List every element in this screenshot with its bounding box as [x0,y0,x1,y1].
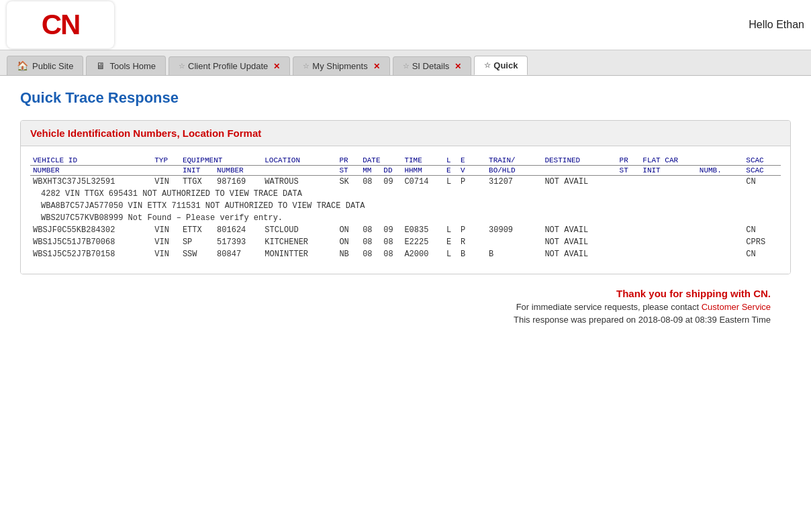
cell-pr-st2 [617,224,640,236]
cell-location: WATROUS [262,176,336,189]
cell-equip-num: 517393 [214,236,262,248]
footer-service-text: For immediate service requests, please c… [516,302,702,312]
tab-quick[interactable]: ☆ Quick [474,56,528,75]
th-date: DATE [360,156,401,166]
cell-v [472,248,486,260]
cell-equip-init: SSW [180,248,214,260]
th-dd: DD [381,166,401,176]
tab-my-shipments[interactable]: ☆ My Shipments ✕ [293,56,389,75]
tab-label: My Shipments [312,61,367,71]
th-typ: TYP [152,156,180,166]
cn-logo: CN [42,9,80,41]
tab-label: SI Details [412,61,450,71]
cell-date-mm: 08 [360,248,381,260]
cell-destined: NOT AVAIL [542,224,616,236]
page-title: Quick Trace Response [20,89,791,107]
table-row: WBXHT3C37J5L32591 VIN TTGX 987169 WATROU… [30,176,781,189]
cell-date-mm: 08 [360,176,381,189]
tab-label: Client Profile Update [188,61,268,71]
tab-si-details[interactable]: ☆ SI Details ✕ [393,56,472,75]
th-num: NUMBER [214,166,262,176]
cell-vehicle-id: WBS1J5C52J7B70158 [30,248,152,260]
th-empty2 [262,166,336,176]
cell-date-dd: 08 [381,248,401,260]
cell-message: WBA8B7C57JA577050 VIN ETTX 711531 NOT AU… [30,200,781,212]
section-body: VEHICLE ID TYP EQUIPMENT LOCATION PR DAT… [21,146,790,274]
footer-thank-you: Thank you for shipping with CN. [20,288,791,299]
cell-vehicle-id: WBSJF0C55KB284302 [30,224,152,236]
header: CN Hello Ethan [0,0,811,50]
cell-destined: NOT AVAIL [542,176,616,189]
th-empty3 [472,166,486,176]
cell-v [472,176,486,189]
tab-close-icon[interactable]: ✕ [455,62,461,71]
tab-label: Quick [493,60,518,70]
th-equip-init: EQUIPMENT [180,156,262,166]
cell-time: C0714 [401,176,444,189]
th-numb [697,156,743,166]
th-empty4 [542,166,616,176]
cell-date-mm: 08 [360,236,381,248]
cell-typ: VIN [152,176,180,189]
th-st: ST [336,166,360,176]
logo-container: CN [7,1,114,48]
th-e2: E [444,166,458,176]
cell-l: E [444,236,458,248]
customer-service-link[interactable]: Customer Service [702,302,771,312]
cell-equip-num: 80847 [214,248,262,260]
table-row: 4282 VIN TTGX 695431 NOT AUTHORIZED TO V… [30,188,781,200]
cell-location: KITCHENER [262,236,336,248]
table-header-row2: NUMBER INIT NUMBER ST MM DD HHMM E V BO/… [30,166,781,176]
cell-typ: VIN [152,248,180,260]
pin-icon: ☆ [403,62,410,70]
cell-e: P [458,176,472,189]
table-row: WBS1J5C52J7B70158 VIN SSW 80847 MONINTTE… [30,248,781,260]
cell-vehicle-id: WBS1J5C51J7B70068 [30,236,152,248]
th-v2: V [458,166,472,176]
tab-label: Public Site [32,61,73,71]
tab-public-site[interactable]: 🏠 Public Site [7,56,83,75]
cell-l: L [444,224,458,236]
cell-flat-init [640,176,697,189]
section-header: Vehicle Identification Numbers, Location… [21,121,790,146]
th-bohld: BO/HLD [486,166,542,176]
cell-equip-num: 987169 [214,176,262,189]
table-row: WBA8B7C57JA577050 VIN ETTX 711531 NOT AU… [30,200,781,212]
cell-pr-st2 [617,176,640,189]
th-init: INIT [180,166,214,176]
cell-train: 30909 [486,224,542,236]
cell-pr-st2 [617,248,640,260]
tab-close-icon[interactable]: ✕ [373,62,380,71]
tab-tools-home[interactable]: 🖥 Tools Home [86,56,166,75]
tab-close-icon[interactable]: ✕ [273,62,280,71]
th-v [472,156,486,166]
cell-time: E0835 [401,224,444,236]
cell-train [486,236,542,248]
pin-icon: ☆ [484,61,491,70]
pin-icon: ☆ [303,62,309,70]
cell-l: L [444,248,458,260]
cell-destined: NOT AVAIL [542,248,616,260]
tabs-bar: 🏠 Public Site 🖥 Tools Home ☆ Client Prof… [0,50,811,76]
table-row: WBSJF0C55KB284302 VIN ETTX 801624 STCLOU… [30,224,781,236]
cell-car-numb [697,224,743,236]
cell-scac: CN [743,248,781,260]
cell-pr-st: NB [336,248,360,260]
cell-car-numb [697,176,743,189]
cell-scac: CN [743,224,781,236]
section-box: Vehicle Identification Numbers, Location… [20,120,791,274]
tab-client-profile-update[interactable]: ☆ Client Profile Update ✕ [169,56,290,75]
cell-flat-init [640,224,697,236]
th-l: L [444,156,458,166]
cell-equip-init: ETTX [180,224,214,236]
th-location: LOCATION [262,156,336,166]
th-scac: SCAC [743,156,781,166]
th-scac2: SCAC [743,166,781,176]
main-content: Quick Trace Response Vehicle Identificat… [0,76,811,338]
th-init2: INIT [640,166,697,176]
th-destined: DESTINED [542,156,616,166]
cell-location: STCLOUD [262,224,336,236]
cell-date-dd: 09 [381,224,401,236]
th-flat: FLAT CAR [640,156,697,166]
cell-date-dd: 08 [381,236,401,248]
